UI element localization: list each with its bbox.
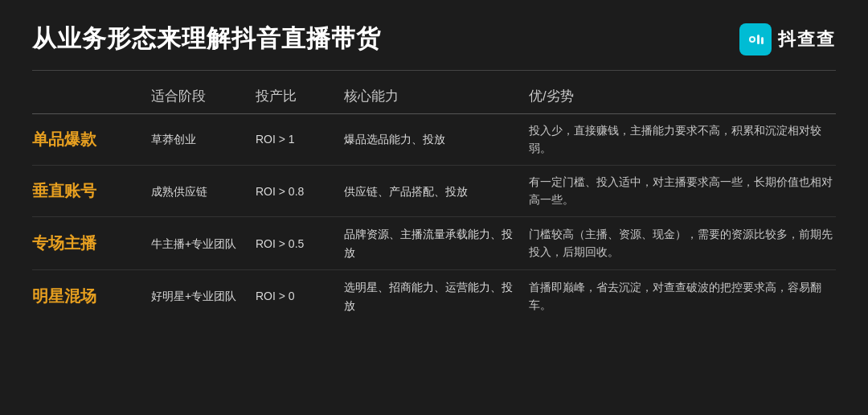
logo-icon	[739, 23, 772, 55]
svg-point-2	[751, 38, 754, 41]
row-roi-3: ROI > 0	[249, 287, 338, 305]
col-header-0	[32, 87, 145, 105]
row-label-1: 垂直账号	[32, 180, 145, 202]
row-label-0: 单品爆款	[32, 129, 145, 150]
page-title: 从业务形态来理解抖音直播带货	[32, 23, 381, 55]
logo-svg	[744, 28, 767, 51]
main-container: 从业务形态来理解抖音直播带货 抖查查 适合阶段 投产比 核心能力 优/劣势	[0, 0, 868, 415]
table-row: 单品爆款 草莽创业 ROI > 1 爆品选品能力、投放 投入少，直接赚钱，主播能…	[32, 114, 836, 166]
table-row: 垂直账号 成熟供应链 ROI > 0.8 供应链、产品搭配、投放 有一定门槛、投…	[32, 166, 836, 217]
row-stage-0: 草莽创业	[145, 130, 249, 148]
row-advantages-2: 门槛较高（主播、资源、现金），需要的资源比较多，前期先投入，后期回收。	[522, 226, 836, 261]
table-row: 明星混场 好明星+专业团队 ROI > 0 选明星、招商能力、运营能力、投放 首…	[32, 270, 836, 323]
svg-rect-3	[757, 35, 760, 44]
table-header: 适合阶段 投产比 核心能力 优/劣势	[32, 82, 836, 114]
col-header-stage: 适合阶段	[145, 87, 249, 105]
row-stage-2: 牛主播+专业团队	[145, 235, 249, 253]
header-divider	[32, 70, 836, 71]
row-advantages-3: 首播即巅峰，省去沉淀，对查查破波的把控要求高，容易翻车。	[522, 279, 836, 314]
table-row: 专场主播 牛主播+专业团队 ROI > 0.5 品牌资源、主播流量承载能力、投放…	[32, 217, 836, 270]
row-core-0: 爆品选品能力、投放	[338, 130, 522, 148]
logo-text: 抖查查	[778, 27, 836, 51]
row-core-1: 供应链、产品搭配、投放	[338, 183, 522, 200]
header: 从业务形态来理解抖音直播带货 抖查查	[32, 23, 836, 55]
svg-rect-4	[761, 37, 764, 44]
row-advantages-0: 投入少，直接赚钱，主播能力要求不高，积累和沉淀相对较弱。	[522, 122, 836, 157]
row-roi-0: ROI > 1	[249, 130, 338, 148]
col-header-advantages: 优/劣势	[522, 87, 836, 105]
data-table: 适合阶段 投产比 核心能力 优/劣势 单品爆款 草莽创业 ROI > 1 爆品选…	[32, 82, 836, 323]
row-advantages-1: 有一定门槛、投入适中，对主播要求高一些，长期价值也相对高一些。	[522, 174, 836, 208]
col-header-roi: 投产比	[249, 87, 338, 105]
col-header-core: 核心能力	[338, 87, 522, 105]
row-stage-3: 好明星+专业团队	[145, 287, 249, 305]
row-core-2: 品牌资源、主播流量承载能力、投放	[338, 225, 522, 261]
row-roi-2: ROI > 0.5	[249, 235, 338, 253]
row-core-3: 选明星、招商能力、运营能力、投放	[338, 278, 522, 314]
row-stage-1: 成熟供应链	[145, 183, 249, 200]
row-label-3: 明星混场	[32, 286, 145, 307]
logo-area: 抖查查	[739, 23, 836, 55]
row-label-2: 专场主播	[32, 232, 145, 254]
row-roi-1: ROI > 0.8	[249, 183, 338, 200]
